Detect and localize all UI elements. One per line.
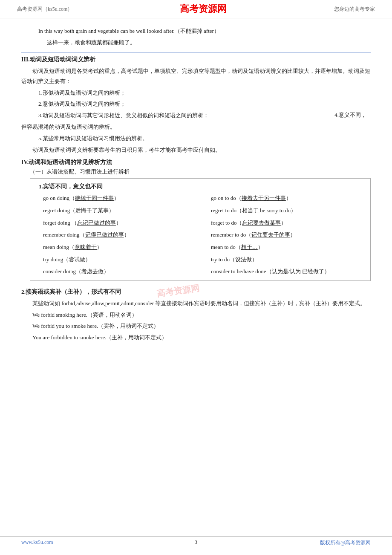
- table-row: regret doing（后悔干了某事） regret to do（相当于 be…: [30, 205, 370, 217]
- footer-page: 3: [195, 539, 197, 546]
- header-left: 高考资源网（ks5u.com）: [17, 6, 72, 13]
- table-cell-right-3: remember to do（记住要去干的事）: [202, 230, 370, 240]
- footer-right: 版权所有@高考资源网: [320, 539, 371, 546]
- table-cell-right-1: regret to do（相当于 be sorry to do）: [202, 205, 370, 216]
- two-col-table: 1.宾语不同，意义也不同 go on doing（继续干同一件事） go on …: [30, 178, 371, 281]
- header-right: 您身边的高考专家: [334, 6, 375, 13]
- main-content: In this way both grain and vegetable can…: [0, 18, 392, 378]
- table-row: remember doing（记得已做过的事） remember to do（记…: [30, 229, 370, 241]
- table-cell-left-1: regret doing（后悔干了某事）: [30, 205, 202, 216]
- example-3: You are forbidden to smoke here.（主补，用动词不…: [21, 332, 371, 343]
- top-chinese-sentence: 这样一来，粮食和蔬菜都能兼顾了。: [47, 38, 371, 47]
- section3-para2: 动词及短语动词词义辨析要靠考生的日积月累，考生才能在高考中应付自如。: [21, 145, 371, 156]
- list-item-4-continued: 但容易混淆的动词及短语动词的辨析。: [21, 122, 371, 133]
- table-cell-right-0: go on to do（接着去干另一件事）: [202, 193, 370, 204]
- section4-subsection1: （一）从语法搭配、习惯用法上进行辨析: [30, 168, 371, 176]
- example-1: We forbid smoking here.（宾语，用动名词）: [21, 310, 371, 321]
- divider-top: [21, 52, 371, 52]
- table-row: try doing（尝试做） try to do（设法做）: [30, 254, 370, 266]
- table-cell-left-0: go on doing（继续干同一件事）: [30, 193, 202, 204]
- header: 高考资源网（ks5u.com） 高考资源网 您身边的高考专家: [0, 0, 392, 18]
- table-cell-left-3: remember doing（记得已做过的事）: [30, 230, 202, 240]
- header-center: 高考资源网: [180, 3, 227, 15]
- table-row: go on doing（继续干同一件事） go on to do（接着去干另一件…: [30, 192, 370, 205]
- table-cell-right-4: mean to do（想干…）: [202, 242, 370, 253]
- list-item-5: 5.某些常用动词及短语动词习惯用法的辨析。: [21, 133, 371, 144]
- section3-heading: III.动词及短语动词词义辨析: [21, 56, 371, 64]
- list-item-2: 2.意似动词及短语动词之间的辨析；: [21, 99, 371, 110]
- footer-left: www.ks5u.com: [21, 539, 53, 546]
- list-item-4-inline: 4.意义不同，: [334, 110, 371, 121]
- sub2-para: 某些动词如 forbid,advise,allow,permit,admit,c…: [21, 298, 371, 309]
- list-item-1: 1.形似动词及短语动词之间的辨析；: [21, 88, 371, 98]
- table-row: forget doing （忘记已做过的事） forget to do（忘记要去…: [30, 217, 370, 229]
- table-row: mean doing（意味着干） mean to do（想干…）: [30, 241, 370, 254]
- sub2-heading: 2.接宾语或宾补（主补），形式有不同 高考资源网: [21, 285, 371, 297]
- table-cell-right-2: forget to do（忘记要去做某事）: [202, 218, 370, 228]
- table-cell-left-4: mean doing（意味着干）: [30, 242, 202, 253]
- list-item-3: 3.动词及短语动词与其它词形相近、意义相似的词和短语之间的辨析；: [21, 110, 334, 121]
- section3-para1: 动词及短语动词是各类考试的重点，高考试题中，单项填空、完形填空等题型中，动词及短…: [21, 66, 371, 87]
- table-cell-left-6: consider doing（考虑去做）: [30, 266, 202, 277]
- table-cell-right-6: consider to be/have done（认为是/认为 已经做了）: [202, 266, 370, 277]
- section4-heading: IV.动词和短语动词的常见辨析方法: [21, 159, 371, 166]
- footer: www.ks5u.com 3 版权所有@高考资源网: [0, 536, 392, 546]
- top-english-sentence: In this way both grain and vegetable can…: [38, 26, 371, 36]
- table-row: consider doing（考虑去做） consider to be/have…: [30, 266, 370, 278]
- table-cell-left-5: try doing（尝试做）: [30, 254, 202, 265]
- sub1-heading: 1.宾语不同，意义也不同: [39, 183, 370, 191]
- table-cell-right-5: try to do（设法做）: [202, 254, 370, 265]
- example-2: We forbid you to smoke here.（宾补，用动词不定式）: [21, 321, 371, 332]
- list-item-3-row: 3.动词及短语动词与其它词形相近、意义相似的词和短语之间的辨析； 4.意义不同，: [21, 110, 371, 121]
- table-cell-left-2: forget doing （忘记已做过的事）: [30, 218, 202, 228]
